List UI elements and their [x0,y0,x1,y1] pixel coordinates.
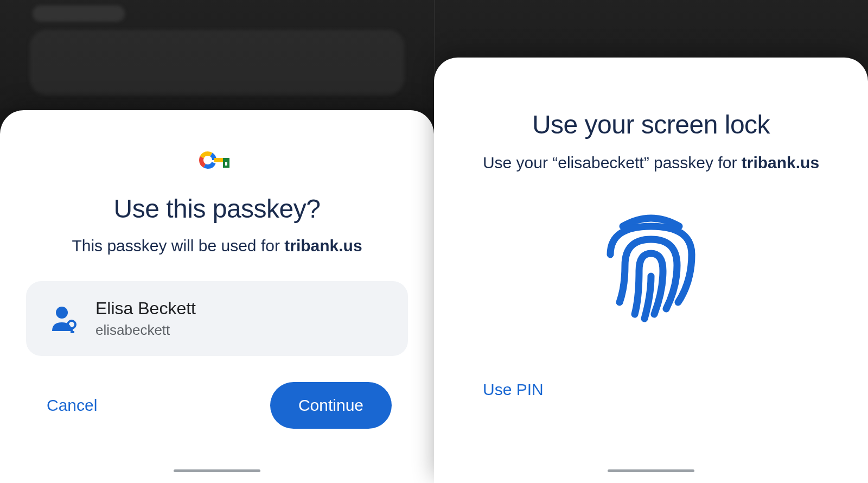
use-pin-button[interactable]: Use PIN [478,374,548,405]
dialog-title: Use your screen lock [434,110,868,139]
continue-button[interactable]: Continue [270,382,392,429]
google-passkey-icon [0,150,434,170]
account-name: Elisa Beckett [95,298,196,319]
right-screen: Use your screen lock Use your “elisabeck… [434,0,868,483]
svg-rect-6 [225,162,227,166]
passkey-bottom-sheet: Use this passkey? This passkey will be u… [0,110,434,483]
dialog-subtitle: This passkey will be used for tribank.us [0,237,434,255]
account-card[interactable]: Elisa Beckett elisabeckett [26,281,408,356]
user-passkey-icon [49,304,78,333]
account-username: elisabeckett [95,322,196,339]
dialog-subtitle: Use your “elisabeckett” passkey for trib… [434,154,868,172]
dialog-title: Use this passkey? [0,194,434,224]
fingerprint-icon[interactable] [434,206,868,325]
blurred-background [0,0,434,109]
home-indicator[interactable] [608,469,694,472]
cancel-button[interactable]: Cancel [42,390,101,421]
svg-rect-10 [71,331,74,333]
left-screen: Use this passkey? This passkey will be u… [0,0,434,483]
screenlock-bottom-sheet: Use your screen lock Use your “elisabeck… [434,58,868,483]
svg-point-7 [56,307,68,319]
home-indicator[interactable] [174,469,260,472]
